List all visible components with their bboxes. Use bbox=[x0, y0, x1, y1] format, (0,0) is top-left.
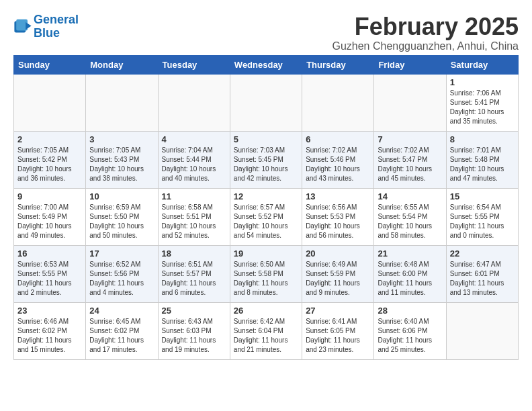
day-number: 21 bbox=[378, 248, 442, 259]
day-cell: 9Sunrise: 7:00 AM Sunset: 5:49 PM Daylig… bbox=[14, 188, 86, 245]
day-info: Sunrise: 6:55 AM Sunset: 5:54 PM Dayligh… bbox=[378, 203, 442, 240]
day-cell: 7Sunrise: 7:02 AM Sunset: 5:47 PM Daylig… bbox=[374, 131, 446, 188]
day-number: 23 bbox=[17, 306, 82, 316]
col-header-monday: Monday bbox=[86, 55, 158, 74]
day-info: Sunrise: 6:51 AM Sunset: 5:57 PM Dayligh… bbox=[162, 260, 226, 298]
day-number: 17 bbox=[89, 248, 154, 259]
day-cell: 23Sunrise: 6:46 AM Sunset: 6:02 PM Dayli… bbox=[14, 302, 86, 359]
logo: General Blue bbox=[13, 13, 79, 40]
day-number: 1 bbox=[450, 77, 515, 87]
day-cell: 12Sunrise: 6:57 AM Sunset: 5:52 PM Dayli… bbox=[230, 188, 302, 245]
day-cell: 10Sunrise: 6:59 AM Sunset: 5:50 PM Dayli… bbox=[86, 188, 158, 245]
col-header-thursday: Thursday bbox=[302, 55, 374, 74]
day-info: Sunrise: 6:47 AM Sunset: 6:01 PM Dayligh… bbox=[450, 260, 515, 298]
day-info: Sunrise: 7:04 AM Sunset: 5:44 PM Dayligh… bbox=[162, 146, 226, 183]
day-cell: 21Sunrise: 6:48 AM Sunset: 6:00 PM Dayli… bbox=[374, 245, 446, 302]
day-cell: 27Sunrise: 6:41 AM Sunset: 6:05 PM Dayli… bbox=[302, 302, 374, 359]
week-row-4: 16Sunrise: 6:53 AM Sunset: 5:55 PM Dayli… bbox=[14, 245, 519, 302]
day-number: 24 bbox=[89, 306, 154, 316]
day-info: Sunrise: 7:02 AM Sunset: 5:47 PM Dayligh… bbox=[378, 146, 442, 183]
day-number: 8 bbox=[450, 134, 515, 144]
day-cell: 6Sunrise: 7:02 AM Sunset: 5:46 PM Daylig… bbox=[302, 131, 374, 188]
day-info: Sunrise: 6:40 AM Sunset: 6:06 PM Dayligh… bbox=[378, 317, 442, 355]
day-cell: 22Sunrise: 6:47 AM Sunset: 6:01 PM Dayli… bbox=[446, 245, 518, 302]
day-number: 14 bbox=[378, 191, 442, 201]
day-info: Sunrise: 6:53 AM Sunset: 5:55 PM Dayligh… bbox=[17, 260, 82, 298]
day-cell bbox=[302, 74, 374, 131]
logo-blue: Blue bbox=[34, 26, 60, 40]
col-header-saturday: Saturday bbox=[446, 55, 518, 74]
day-number: 13 bbox=[306, 191, 370, 201]
day-number: 28 bbox=[378, 306, 442, 316]
day-number: 5 bbox=[234, 134, 298, 144]
day-info: Sunrise: 6:48 AM Sunset: 6:00 PM Dayligh… bbox=[378, 260, 442, 298]
week-row-2: 2Sunrise: 7:05 AM Sunset: 5:42 PM Daylig… bbox=[14, 131, 519, 188]
day-number: 2 bbox=[17, 134, 82, 144]
day-number: 22 bbox=[450, 248, 515, 259]
day-cell bbox=[158, 74, 230, 131]
day-cell: 14Sunrise: 6:55 AM Sunset: 5:54 PM Dayli… bbox=[374, 188, 446, 245]
day-info: Sunrise: 6:42 AM Sunset: 6:04 PM Dayligh… bbox=[234, 317, 298, 355]
calendar-title: February 2025 bbox=[332, 13, 519, 40]
day-cell: 24Sunrise: 6:45 AM Sunset: 6:02 PM Dayli… bbox=[86, 302, 158, 359]
day-number: 15 bbox=[450, 191, 515, 201]
day-cell: 15Sunrise: 6:54 AM Sunset: 5:55 PM Dayli… bbox=[446, 188, 518, 245]
day-cell bbox=[230, 74, 302, 131]
day-info: Sunrise: 7:00 AM Sunset: 5:49 PM Dayligh… bbox=[17, 203, 82, 240]
day-cell: 20Sunrise: 6:49 AM Sunset: 5:59 PM Dayli… bbox=[302, 245, 374, 302]
week-row-1: 1Sunrise: 7:06 AM Sunset: 5:41 PM Daylig… bbox=[14, 74, 519, 131]
day-info: Sunrise: 7:01 AM Sunset: 5:48 PM Dayligh… bbox=[450, 146, 515, 183]
day-number: 26 bbox=[234, 306, 298, 316]
day-number: 3 bbox=[89, 134, 154, 144]
day-cell: 3Sunrise: 7:05 AM Sunset: 5:43 PM Daylig… bbox=[86, 131, 158, 188]
day-cell: 2Sunrise: 7:05 AM Sunset: 5:42 PM Daylig… bbox=[14, 131, 86, 188]
day-number: 11 bbox=[162, 191, 226, 201]
day-cell: 28Sunrise: 6:40 AM Sunset: 6:06 PM Dayli… bbox=[374, 302, 446, 359]
day-number: 9 bbox=[17, 191, 82, 201]
day-number: 12 bbox=[234, 191, 298, 201]
day-number: 10 bbox=[89, 191, 154, 201]
day-cell bbox=[374, 74, 446, 131]
day-info: Sunrise: 7:02 AM Sunset: 5:46 PM Dayligh… bbox=[306, 146, 370, 183]
col-header-friday: Friday bbox=[374, 55, 446, 74]
day-cell: 17Sunrise: 6:52 AM Sunset: 5:56 PM Dayli… bbox=[86, 245, 158, 302]
day-number: 19 bbox=[234, 248, 298, 259]
day-info: Sunrise: 6:54 AM Sunset: 5:55 PM Dayligh… bbox=[450, 203, 515, 240]
calendar-table: SundayMondayTuesdayWednesdayThursdayFrid… bbox=[13, 55, 519, 360]
day-info: Sunrise: 6:41 AM Sunset: 6:05 PM Dayligh… bbox=[306, 317, 370, 355]
day-info: Sunrise: 6:43 AM Sunset: 6:03 PM Dayligh… bbox=[162, 317, 226, 355]
calendar-subtitle: Guzhen Chengguanzhen, Anhui, China bbox=[332, 40, 519, 52]
day-number: 7 bbox=[378, 134, 442, 144]
day-info: Sunrise: 6:46 AM Sunset: 6:02 PM Dayligh… bbox=[17, 317, 82, 355]
day-cell bbox=[14, 74, 86, 131]
day-info: Sunrise: 7:05 AM Sunset: 5:42 PM Dayligh… bbox=[17, 146, 82, 183]
day-number: 6 bbox=[306, 134, 370, 144]
day-cell bbox=[446, 302, 518, 359]
week-row-3: 9Sunrise: 7:00 AM Sunset: 5:49 PM Daylig… bbox=[14, 188, 519, 245]
day-info: Sunrise: 6:52 AM Sunset: 5:56 PM Dayligh… bbox=[89, 260, 154, 298]
day-info: Sunrise: 7:03 AM Sunset: 5:45 PM Dayligh… bbox=[234, 146, 298, 183]
week-row-5: 23Sunrise: 6:46 AM Sunset: 6:02 PM Dayli… bbox=[14, 302, 519, 359]
day-info: Sunrise: 6:57 AM Sunset: 5:52 PM Dayligh… bbox=[234, 203, 298, 240]
day-number: 18 bbox=[162, 248, 226, 259]
day-number: 16 bbox=[17, 248, 82, 259]
day-cell: 26Sunrise: 6:42 AM Sunset: 6:04 PM Dayli… bbox=[230, 302, 302, 359]
day-cell: 4Sunrise: 7:04 AM Sunset: 5:44 PM Daylig… bbox=[158, 131, 230, 188]
header-row: SundayMondayTuesdayWednesdayThursdayFrid… bbox=[14, 55, 519, 74]
day-info: Sunrise: 7:06 AM Sunset: 5:41 PM Dayligh… bbox=[450, 89, 515, 126]
day-number: 27 bbox=[306, 306, 370, 316]
day-info: Sunrise: 6:59 AM Sunset: 5:50 PM Dayligh… bbox=[89, 203, 154, 240]
day-cell bbox=[86, 74, 158, 131]
day-info: Sunrise: 6:56 AM Sunset: 5:53 PM Dayligh… bbox=[306, 203, 370, 240]
day-cell: 5Sunrise: 7:03 AM Sunset: 5:45 PM Daylig… bbox=[230, 131, 302, 188]
day-cell: 1Sunrise: 7:06 AM Sunset: 5:41 PM Daylig… bbox=[446, 74, 518, 131]
day-info: Sunrise: 6:49 AM Sunset: 5:59 PM Dayligh… bbox=[306, 260, 370, 298]
day-number: 4 bbox=[162, 134, 226, 144]
day-info: Sunrise: 6:58 AM Sunset: 5:51 PM Dayligh… bbox=[162, 203, 226, 240]
logo-general: General bbox=[34, 13, 79, 26]
svg-marker-2 bbox=[26, 22, 31, 30]
day-cell: 13Sunrise: 6:56 AM Sunset: 5:53 PM Dayli… bbox=[302, 188, 374, 245]
day-cell: 25Sunrise: 6:43 AM Sunset: 6:03 PM Dayli… bbox=[158, 302, 230, 359]
day-cell: 11Sunrise: 6:58 AM Sunset: 5:51 PM Dayli… bbox=[158, 188, 230, 245]
day-cell: 19Sunrise: 6:50 AM Sunset: 5:58 PM Dayli… bbox=[230, 245, 302, 302]
